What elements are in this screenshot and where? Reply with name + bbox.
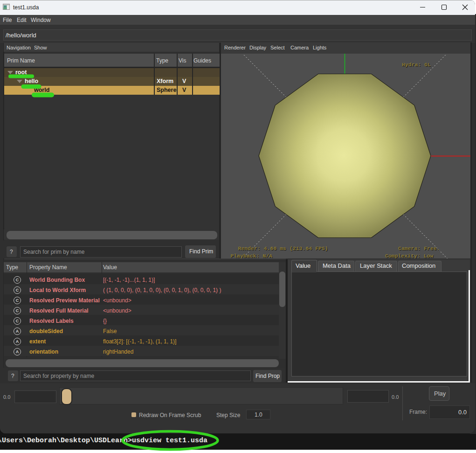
svg-text:Render: 4.68 ms (213.64 FPS): Render: 4.68 ms (213.64 FPS) [238,245,328,251]
svg-text:Hydra: GL: Hydra: GL [402,62,431,68]
svg-text:Playback: N/A: Playback: N/A [231,253,273,258]
svg-text:Complexity: Low: Complexity: Low [385,253,434,258]
svg-text:Camera: Free.: Camera: Free. [398,245,440,251]
